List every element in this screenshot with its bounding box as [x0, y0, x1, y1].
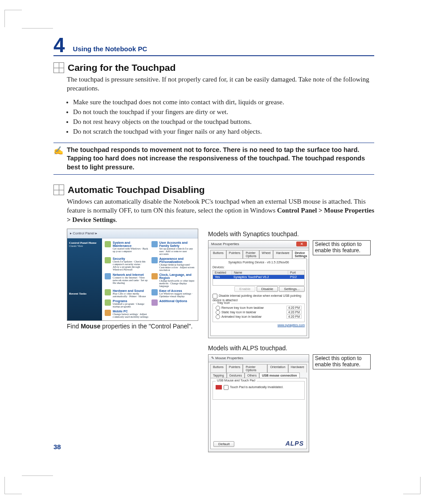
- chapter-number: 4: [53, 35, 65, 55]
- text: properties in the "Control Panel".: [100, 323, 192, 330]
- close-icon[interactable]: ✕: [296, 242, 307, 246]
- tab-usb-mouse-connection[interactable]: USB mouse connection: [259, 373, 300, 378]
- section-auto-disable: Automatic Touchpad Disabling: [53, 184, 374, 195]
- crop-mark-tl: [4, 10, 22, 27]
- group-title: Tray Icon: [216, 301, 231, 304]
- control-panel-screenshot: ▸ Control Panel ▸ Control Panel Home Cla…: [67, 229, 198, 321]
- section-heading: Automatic Touchpad Disabling: [68, 184, 374, 195]
- crop-mark-br: [403, 477, 421, 494]
- tab-others[interactable]: Others: [245, 373, 259, 378]
- tab-buttons[interactable]: Buttons: [210, 250, 226, 258]
- col-port: Port: [288, 270, 304, 275]
- tab-hardware[interactable]: Hardware: [273, 250, 292, 258]
- tab-pointers[interactable]: Pointers: [226, 250, 243, 258]
- precautions-list: Make sure the touchpad does not come int…: [67, 98, 374, 136]
- section-heading: Caring for the Touchpad: [68, 62, 374, 73]
- dialog-tabs: ButtonsPointersPointer OptionsWheelHardw…: [210, 250, 307, 258]
- cp-category[interactable]: ProgramsUninstall a program · Change sta…: [105, 299, 149, 308]
- dialog-title: Mouse Properties✕: [208, 241, 309, 248]
- cp-side-item: Classic View: [69, 245, 83, 247]
- tab-hardware[interactable]: Hardware: [288, 364, 307, 373]
- dialog-title: ✎ Mouse Properties: [208, 355, 309, 362]
- tab-orientation[interactable]: Orientation: [267, 364, 288, 373]
- mouse-icon: [216, 385, 222, 389]
- enable-button: Enable: [234, 286, 255, 292]
- tray-time: 4:20 PM: [286, 306, 302, 310]
- device-row[interactable]: YesSynaptics TouchPad V6.2PS/2: [213, 275, 304, 279]
- list-item: Do not scratch the touchpad with your fi…: [73, 127, 374, 136]
- tab-device-settings[interactable]: Device Settings: [292, 250, 309, 258]
- tab-pointer-options[interactable]: Pointer Options: [243, 364, 267, 373]
- col-enabled: Enabled: [213, 270, 232, 275]
- auto-invalidate-option[interactable]: Touch Pad is automatically invalidated.: [216, 385, 302, 390]
- cp-category[interactable]: Ease of AccessLet Windows suggest settin…: [151, 289, 196, 298]
- dialog-tabs-row1: ButtonsPointersPointer OptionsOrientatio…: [210, 364, 307, 373]
- alps-brand: ALPS: [286, 440, 304, 447]
- page-content: 4 Using the Notebook PC Caring for the T…: [53, 35, 374, 452]
- tab-gestures[interactable]: Gestures: [227, 373, 245, 378]
- tray-option[interactable]: Remove tray icon from taskbar4:20 PM: [216, 306, 302, 310]
- usb-mouse-group: USB Mouse and Touch Pad Touch Pad is aut…: [212, 381, 305, 400]
- note-icon: ✍: [53, 146, 64, 172]
- text: .: [115, 216, 117, 223]
- section-caring: Caring for the Touchpad: [53, 62, 374, 73]
- cp-categories: System and MaintenanceGet started with W…: [102, 238, 198, 321]
- cp-side-recent: Recent Tasks: [69, 292, 86, 295]
- cp-category[interactable]: Network and InternetConnect to the Inter…: [105, 273, 149, 287]
- synaptics-link[interactable]: www.synaptics.com: [278, 324, 305, 327]
- crop-mark-bl: [4, 477, 22, 494]
- cp-category[interactable]: System and MaintenanceGet started with W…: [105, 241, 149, 255]
- tab-tapping[interactable]: Tapping: [210, 373, 227, 378]
- list-item: Make sure the touchpad does not come int…: [73, 98, 374, 107]
- cp-breadcrumb: ▸ Control Panel ▸: [67, 229, 198, 238]
- cp-category[interactable]: Appearance and PersonalizationChange des…: [151, 257, 196, 271]
- tray-option[interactable]: Animated tray icon in taskbar4:20 PM: [216, 315, 302, 319]
- cp-category[interactable]: Hardware and SoundPlay CDs or other medi…: [105, 289, 149, 298]
- cp-category[interactable]: Additional Options: [151, 299, 196, 308]
- callout-alps: Select this option to enable this featur…: [313, 354, 371, 369]
- settings-button[interactable]: Settings...: [279, 286, 305, 292]
- cp-caption: Find Mouse properties in the "Control Pa…: [67, 323, 198, 330]
- tray-time: 4:20 PM: [286, 315, 302, 319]
- tray-option[interactable]: Static tray icon in taskbar4:20 PM: [216, 310, 302, 315]
- cp-sidebar: Control Panel Home Classic View Recent T…: [67, 238, 102, 321]
- disable-button[interactable]: Disable: [257, 286, 278, 292]
- dialog-tabs-row2: TappingGesturesOthersUSB mouse connectio…: [210, 373, 307, 378]
- section2-intro: Windows can automatically disable the No…: [67, 197, 374, 224]
- screenshot-columns: ▸ Control Panel ▸ Control Panel Home Cla…: [67, 229, 374, 452]
- devices-list: EnabledNamePort YesSynaptics TouchPad V6…: [212, 270, 305, 286]
- disable-external-option[interactable]: Disable internal pointing device when ex…: [212, 294, 305, 302]
- alps-dialog: ✎ Mouse Properties ButtonsPointersPointe…: [208, 354, 309, 452]
- tray-time: 4:20 PM: [286, 310, 302, 314]
- cp-side-title: Control Panel Home: [69, 241, 96, 245]
- devices-label: Devices:: [212, 266, 305, 269]
- section-icon: [53, 184, 64, 195]
- list-item: Do not touch the touchpad if your finger…: [73, 107, 374, 116]
- list-item: Do not rest heavy objects on the touchpa…: [73, 117, 374, 126]
- col-name: Name: [232, 270, 288, 275]
- note-text: The touchpad responds to movement not to…: [67, 146, 374, 172]
- default-button[interactable]: Default: [213, 441, 234, 447]
- syn-subtitle: Synaptics Pointing Device - v9.1.5 22Nov…: [212, 261, 305, 264]
- section1-intro: The touchpad is pressure sensitive. If n…: [67, 75, 374, 93]
- cp-category[interactable]: User Accounts and Family SafetySet up pa…: [151, 241, 196, 255]
- synaptics-dialog: Mouse Properties✕ ButtonsPointersPointer…: [208, 240, 309, 338]
- text: Find: [67, 323, 81, 330]
- checkbox-icon[interactable]: [212, 294, 217, 299]
- cp-category[interactable]: Mobile PCChange battery settings · Adjus…: [105, 310, 149, 318]
- tab-wheel[interactable]: Wheel: [259, 250, 274, 258]
- checkbox-icon[interactable]: [224, 385, 229, 390]
- alps-caption: Models with ALPS touchpad.: [208, 344, 374, 352]
- chapter-title: Using the Notebook PC: [73, 45, 147, 55]
- tab-pointer-options[interactable]: Pointer Options: [243, 250, 259, 258]
- tab-pointers[interactable]: Pointers: [226, 364, 243, 373]
- tray-icon-group: Tray Icon Remove tray icon from taskbar4…: [212, 303, 305, 322]
- page-number: 38: [53, 443, 61, 451]
- section-icon: [53, 62, 64, 73]
- group-title: USB Mouse and Touch Pad: [216, 379, 257, 382]
- callout-synaptics: Select this option to enable this featur…: [313, 240, 371, 255]
- cp-category[interactable]: SecurityCheck for updates · Check this c…: [105, 257, 149, 271]
- tab-buttons[interactable]: Buttons: [210, 364, 226, 373]
- cp-category[interactable]: Clock, Language, and RegionChange keyboa…: [151, 273, 196, 287]
- chapter-header: 4 Using the Notebook PC: [53, 35, 374, 56]
